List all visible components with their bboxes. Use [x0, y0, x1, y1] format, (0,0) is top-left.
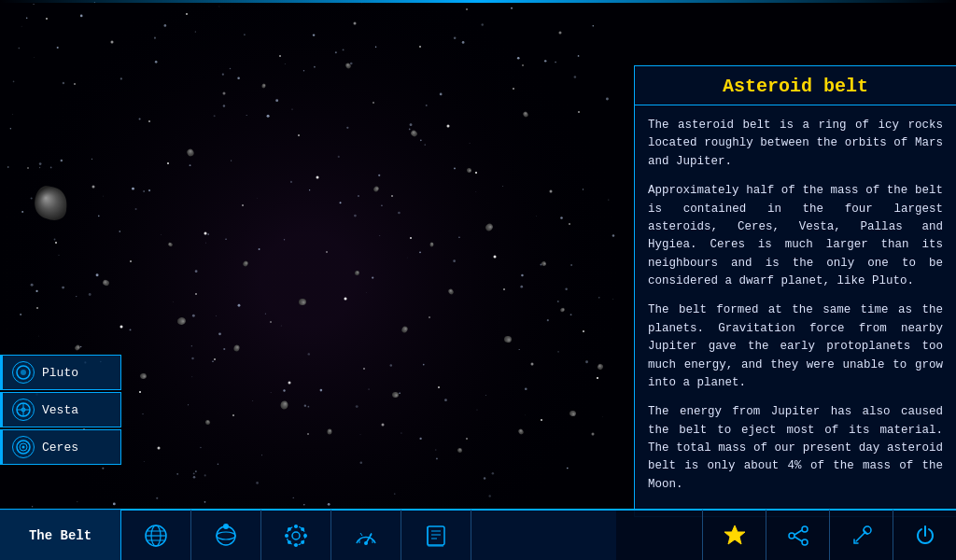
share-button[interactable]	[766, 510, 829, 560]
top-bar	[0, 0, 956, 3]
svg-point-19	[294, 525, 298, 528]
orbit-button[interactable]	[191, 510, 261, 560]
power-button[interactable]	[893, 510, 956, 560]
info-panel-body[interactable]: The asteroid belt is a ring of icy rocks…	[635, 105, 956, 516]
svg-point-39	[789, 533, 794, 539]
sidebar: Pluto Vesta Ceres	[0, 355, 121, 467]
pluto-icon	[12, 361, 35, 384]
book-button[interactable]	[401, 510, 471, 560]
vesta-label: Vesta	[42, 403, 78, 417]
svg-point-25	[301, 526, 304, 530]
pluto-label: Pluto	[42, 366, 78, 380]
vesta-icon	[12, 399, 35, 421]
current-location-label: The Belt	[0, 510, 121, 560]
bottom-toolbar: The Belt	[0, 509, 616, 560]
globe-button[interactable]	[121, 510, 191, 560]
info-panel: Asteroid belt The asteroid belt is a rin…	[634, 65, 956, 517]
svg-line-42	[794, 537, 802, 541]
svg-rect-33	[428, 526, 444, 545]
speed-button[interactable]	[331, 510, 401, 560]
svg-point-17	[292, 532, 300, 539]
info-paragraph-2: Approximately half of the mass of the be…	[648, 182, 943, 290]
svg-point-26	[288, 540, 291, 544]
ceres-label: Ceres	[42, 441, 78, 455]
svg-point-38	[802, 526, 808, 532]
svg-point-20	[294, 543, 298, 547]
tools-button[interactable]	[829, 510, 893, 560]
svg-point-22	[303, 534, 307, 538]
svg-point-24	[301, 540, 304, 544]
svg-point-21	[285, 534, 288, 538]
svg-line-31	[360, 533, 362, 536]
svg-point-1	[21, 370, 26, 375]
info-paragraph-1: The asteroid belt is a ring of icy rocks…	[648, 117, 943, 171]
right-actions	[616, 509, 956, 560]
svg-line-41	[794, 530, 802, 535]
svg-point-8	[22, 446, 25, 449]
info-paragraph-4: The energy from Jupiter has also caused …	[648, 403, 943, 494]
sidebar-item-vesta[interactable]: Vesta	[0, 392, 121, 427]
panel-heading: Asteroid belt	[649, 76, 942, 97]
info-paragraph-3: The belt formed at the same time as the …	[648, 301, 943, 392]
svg-point-43	[864, 526, 871, 534]
sidebar-item-pluto[interactable]: Pluto	[0, 355, 121, 390]
svg-point-28	[364, 541, 368, 545]
info-panel-title: Asteroid belt	[635, 66, 956, 105]
settings-button[interactable]	[261, 510, 331, 560]
sidebar-item-ceres[interactable]: Ceres	[0, 429, 121, 465]
svg-point-16	[223, 524, 229, 529]
svg-marker-37	[724, 525, 745, 544]
ceres-icon	[12, 436, 35, 458]
svg-point-40	[802, 539, 808, 545]
svg-point-15	[217, 532, 235, 539]
svg-point-23	[288, 526, 291, 530]
favorite-button[interactable]	[702, 510, 766, 560]
